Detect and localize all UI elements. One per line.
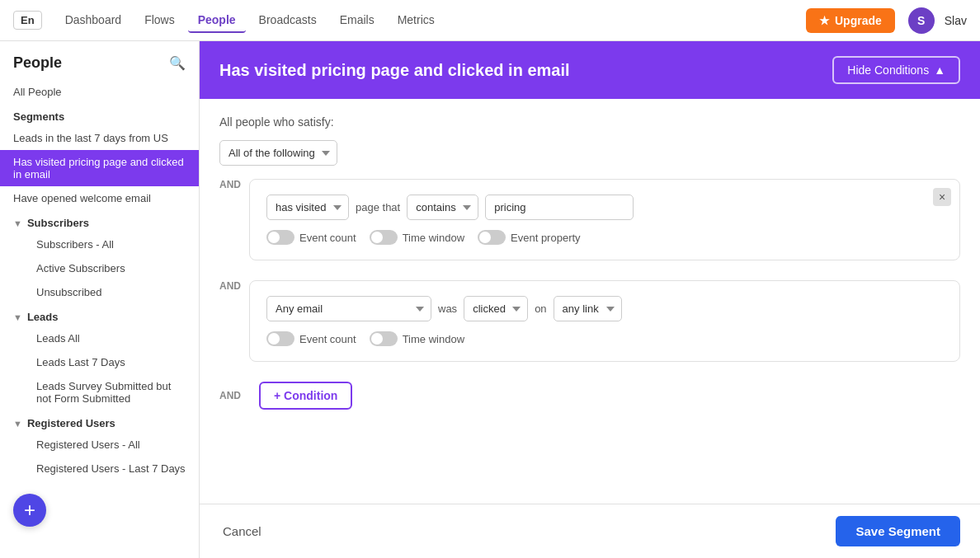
sidebar-item-unsubscribed[interactable]: Unsubscribed (23, 280, 199, 304)
sidebar-all-people[interactable]: All People (0, 80, 199, 104)
event-count-label: Event count (299, 232, 356, 244)
event-property-toggle-group: Event property (478, 230, 581, 245)
upgrade-button[interactable]: ★ Upgrade (806, 8, 895, 33)
email-dropdown[interactable]: Any email (266, 296, 431, 321)
link-dropdown[interactable]: any link (554, 296, 622, 321)
condition-row-1: has visited page that contains (266, 195, 943, 220)
footer: Cancel Save Segment (200, 504, 980, 558)
cancel-button[interactable]: Cancel (219, 518, 265, 545)
user-name: Slav (945, 14, 967, 27)
event-property-toggle[interactable] (478, 230, 506, 245)
condition-sub-row-2: Event count Time window (266, 331, 943, 346)
nav-emails[interactable]: Emails (330, 8, 384, 33)
subscribers-items: Subscribers - All Active Subscribers Uns… (0, 232, 199, 304)
sidebar-item-has-visited[interactable]: Has visited pricing page and clicked in … (0, 150, 199, 186)
add-condition-button[interactable]: + Condition (259, 382, 352, 410)
chevron-down-icon-2: ▼ (13, 312, 22, 322)
event-count-toggle[interactable] (266, 230, 294, 245)
contains-dropdown[interactable]: contains (407, 195, 478, 220)
on-label: on (535, 302, 546, 315)
sidebar-section-registered[interactable]: ▼ Registered Users (0, 410, 199, 433)
time-window-label: Time window (403, 232, 464, 244)
event-property-label: Event property (511, 232, 581, 244)
sidebar-item-registered-all[interactable]: Registered Users - All (23, 433, 199, 457)
registered-items: Registered Users - All Registered Users … (0, 433, 199, 481)
condition-block-1-wrapper: AND has visited page that contains (219, 179, 960, 270)
condition-block-2: Any email was clicked on any link (249, 280, 960, 362)
subscribers-label: Subscribers (27, 217, 89, 229)
sidebar-item-registered-last-7[interactable]: Registered Users - Last 7 Days (23, 457, 199, 481)
segment-title: Has visited pricing page and clicked in … (219, 61, 819, 80)
upgrade-label: Upgrade (835, 14, 882, 27)
time-window-toggle-group: Time window (370, 230, 464, 245)
condition-sub-row-1: Event count Time window Event property (266, 230, 943, 245)
sidebar-title: People (13, 54, 62, 72)
condition-block-1: has visited page that contains Event cou… (249, 179, 960, 260)
event-count-label-2: Event count (299, 333, 356, 345)
hide-conditions-label: Hide Conditions (847, 63, 929, 77)
registered-label: Registered Users (27, 417, 115, 429)
all-following-dropdown[interactable]: All of the following (219, 140, 337, 166)
sidebar-header: People 🔍 (0, 51, 199, 80)
nav-people[interactable]: People (188, 8, 246, 33)
star-icon: ★ (819, 14, 830, 27)
nav-dashboard[interactable]: Dashboard (55, 8, 132, 33)
sidebar-item-leads-last-7-days[interactable]: Leads Last 7 Days (23, 350, 199, 374)
action-dropdown[interactable]: clicked (464, 296, 528, 321)
add-segment-button[interactable]: + (13, 494, 46, 527)
time-window-label-2: Time window (403, 333, 464, 345)
satisfy-label: All people who satisfy: (219, 115, 960, 129)
event-count-toggle-group-2: Event count (266, 331, 356, 346)
pricing-input[interactable] (485, 195, 634, 220)
time-window-toggle-2[interactable] (370, 331, 398, 346)
nav-broadcasts[interactable]: Broadcasts (249, 8, 327, 33)
chevron-down-icon-3: ▼ (13, 419, 22, 429)
language-badge[interactable]: En (13, 11, 42, 30)
page-that-label: page that (356, 201, 400, 213)
main-content: Has visited pricing page and clicked in … (200, 41, 980, 558)
and-label-1: AND (219, 179, 244, 190)
time-window-toggle-group-2: Time window (370, 331, 464, 346)
event-count-toggle-2[interactable] (266, 331, 294, 346)
hide-conditions-button[interactable]: Hide Conditions ▲ (832, 56, 960, 84)
top-navigation: En Dashboard Flows People Broadcasts Ema… (0, 0, 980, 41)
remove-condition-1-button[interactable]: × (933, 188, 951, 206)
condition-block-2-wrapper: AND Any email was clicked on any link (219, 280, 960, 372)
segment-header: Has visited pricing page and clicked in … (200, 41, 980, 99)
leads-label: Leads (27, 311, 59, 323)
segments-label: Segments (13, 110, 64, 123)
sidebar-item-subscribers-all[interactable]: Subscribers - All (23, 232, 199, 256)
sidebar-section-segments: Segments (0, 104, 199, 126)
save-segment-button[interactable]: Save Segment (836, 516, 960, 546)
was-label: was (438, 302, 457, 315)
conditions-area: THESOFTWARE.SHOP All people who satisfy:… (200, 99, 980, 504)
sidebar-item-active-subscribers[interactable]: Active Subscribers (23, 256, 199, 280)
nav-metrics[interactable]: Metrics (388, 8, 445, 33)
search-icon[interactable]: 🔍 (169, 55, 186, 71)
sidebar-item-welcome-email[interactable]: Have opened welcome email (0, 186, 199, 210)
chevron-up-icon: ▲ (934, 63, 945, 77)
leads-items: Leads All Leads Last 7 Days Leads Survey… (0, 326, 199, 410)
sidebar: People 🔍 All People Segments Leads in th… (0, 41, 200, 558)
nav-flows[interactable]: Flows (134, 8, 185, 33)
sidebar-section-leads[interactable]: ▼ Leads (0, 304, 199, 326)
event-type-dropdown[interactable]: has visited (266, 195, 349, 220)
add-condition-row: AND + Condition (219, 382, 960, 410)
sidebar-item-leads-survey[interactable]: Leads Survey Submitted but not Form Subm… (23, 374, 199, 410)
chevron-down-icon: ▼ (13, 218, 22, 228)
sidebar-item-leads-last-7[interactable]: Leads in the last 7 days from US (0, 126, 199, 150)
and-label-2: AND (219, 280, 244, 292)
app-layout: People 🔍 All People Segments Leads in th… (0, 41, 980, 558)
nav-links: Dashboard Flows People Broadcasts Emails… (55, 8, 445, 33)
condition-row-2: Any email was clicked on any link (266, 296, 943, 321)
sidebar-section-subscribers[interactable]: ▼ Subscribers (0, 210, 199, 232)
time-window-toggle[interactable] (370, 230, 398, 245)
filter-row: All of the following (219, 140, 960, 166)
avatar[interactable]: S (908, 7, 935, 34)
sidebar-item-leads-all[interactable]: Leads All (23, 326, 199, 350)
add-and-label: AND (219, 390, 244, 401)
event-count-toggle-group: Event count (266, 230, 356, 245)
